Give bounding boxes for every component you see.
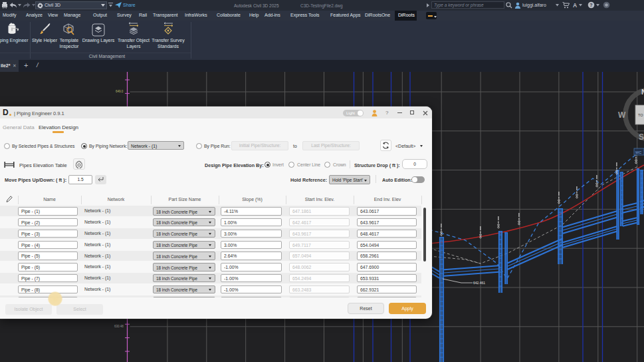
svg-text:W: W xyxy=(618,110,626,120)
svg-text:630.48: 630.48 xyxy=(114,325,124,328)
svg-text:?: ? xyxy=(590,3,592,7)
svg-text:TO: TO xyxy=(638,113,643,117)
svg-text:642.461: 642.461 xyxy=(473,281,485,285)
svg-text:WC: WC xyxy=(635,150,641,154)
svg-text:649.0: 649.0 xyxy=(116,90,124,93)
svg-text:N: N xyxy=(641,88,644,96)
svg-text:S: S xyxy=(639,132,644,142)
